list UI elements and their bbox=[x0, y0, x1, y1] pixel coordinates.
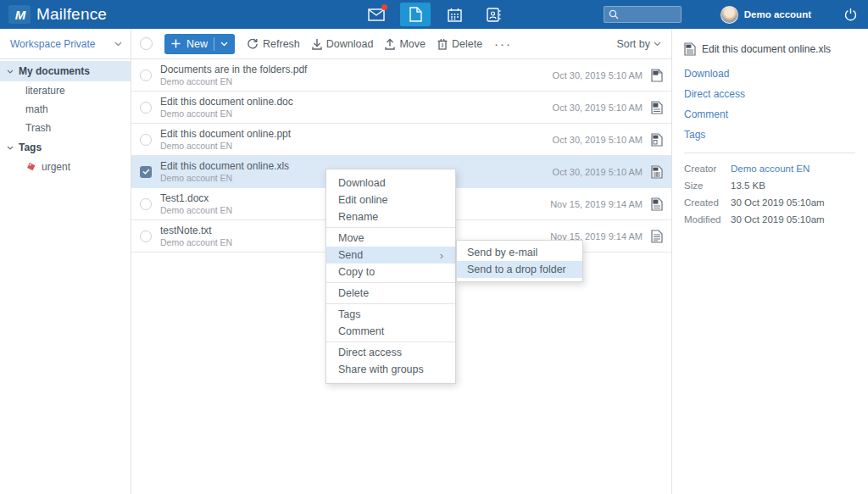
tag-label: urgent bbox=[42, 161, 70, 173]
menu-item-label: Direct access bbox=[338, 347, 402, 358]
row-checkbox[interactable] bbox=[140, 230, 152, 242]
menu-item-download[interactable]: Download bbox=[326, 175, 455, 191]
trash-icon bbox=[437, 38, 448, 50]
row-checkbox[interactable] bbox=[140, 69, 152, 81]
folder-label: math bbox=[25, 103, 48, 115]
refresh-button[interactable]: Refresh bbox=[247, 38, 300, 50]
preview-panel: Edit this document online.xls Download D… bbox=[672, 29, 867, 494]
menu-item-edit-online[interactable]: Edit online bbox=[326, 191, 455, 208]
menu-item-rename[interactable]: Rename bbox=[326, 208, 455, 225]
sidebar-item-tag-urgent[interactable]: urgent bbox=[0, 158, 131, 176]
nav-mail[interactable] bbox=[361, 3, 392, 26]
menu-item-label: Comment bbox=[338, 325, 384, 337]
row-checkbox[interactable] bbox=[140, 134, 152, 146]
menu-item-delete[interactable]: Delete bbox=[326, 285, 455, 302]
chevron-down-icon bbox=[7, 146, 14, 150]
menu-item-label: Tags bbox=[338, 308, 360, 320]
sidebar-section-tags[interactable]: Tags bbox=[0, 137, 131, 158]
menu-item-label: Download bbox=[338, 177, 386, 189]
docx-file-icon bbox=[651, 197, 663, 211]
menu-item-send[interactable]: Send › bbox=[326, 247, 455, 264]
file-date: Oct 30, 2019 5:10 AM bbox=[553, 167, 643, 177]
menu-item-copy-to[interactable]: Copy to bbox=[326, 264, 455, 280]
detail-row-created: Created 30 Oct 2019 05:10am bbox=[684, 197, 855, 208]
txt-file-icon bbox=[651, 230, 663, 243]
sort-by-button[interactable]: Sort by bbox=[616, 38, 661, 50]
detail-row-modified: Modified 30 Oct 2019 05:10am bbox=[684, 214, 855, 225]
new-button[interactable]: New bbox=[164, 34, 235, 54]
document-row[interactable]: Edit this document online.doc Demo accou… bbox=[131, 92, 671, 124]
row-checkbox[interactable] bbox=[140, 102, 152, 114]
detail-label: Creator bbox=[684, 164, 731, 174]
file-owner: Demo account EN bbox=[160, 108, 544, 119]
xls-file-icon bbox=[684, 42, 696, 56]
detail-row-size: Size 13.5 KB bbox=[684, 180, 855, 191]
search-input[interactable] bbox=[622, 9, 676, 19]
sidebar-item-trash[interactable]: Trash bbox=[0, 119, 131, 137]
sort-by-label: Sort by bbox=[616, 38, 650, 50]
menu-item-label: Share with groups bbox=[338, 364, 424, 375]
preview-file-name: Edit this document online.xls bbox=[702, 43, 831, 55]
menu-item-share-with-groups[interactable]: Share with groups bbox=[326, 361, 455, 378]
delete-button[interactable]: Delete bbox=[437, 38, 482, 50]
account-menu[interactable]: Demo account bbox=[721, 6, 811, 24]
nav-calendar[interactable] bbox=[439, 3, 470, 26]
menu-item-direct-access[interactable]: Direct access bbox=[326, 344, 455, 361]
preview-tags-link[interactable]: Tags bbox=[684, 129, 855, 141]
row-text: Edit this document online.doc Demo accou… bbox=[160, 96, 544, 119]
row-checkbox-checked[interactable] bbox=[140, 166, 152, 178]
brand-logo[interactable]: M Mailfence bbox=[8, 5, 107, 24]
detail-row-creator: Creator Demo account EN bbox=[684, 164, 855, 174]
move-button[interactable]: Move bbox=[385, 38, 426, 50]
sidebar-item-my-documents[interactable]: My documents bbox=[0, 61, 131, 81]
sidebar: Workspace Private My documents literatur… bbox=[0, 29, 131, 494]
preview-download-link[interactable]: Download bbox=[684, 68, 855, 80]
folder-label: literature bbox=[25, 85, 65, 97]
app-switcher bbox=[361, 3, 509, 26]
power-icon bbox=[843, 8, 858, 22]
new-label: New bbox=[186, 38, 208, 50]
move-label: Move bbox=[399, 38, 426, 50]
menu-item-tags[interactable]: Tags bbox=[326, 306, 455, 323]
file-owner: Demo account EN bbox=[160, 76, 544, 87]
file-date: Oct 30, 2019 5:10 AM bbox=[553, 103, 643, 113]
context-menu-group: Direct access Share with groups bbox=[326, 341, 455, 380]
context-menu-group: Delete bbox=[326, 282, 455, 303]
nav-documents[interactable] bbox=[400, 3, 431, 26]
topbar-right: Demo account bbox=[604, 6, 858, 24]
nav-contacts[interactable] bbox=[478, 3, 509, 26]
chevron-down-icon bbox=[114, 42, 122, 47]
menu-item-label: Send bbox=[338, 249, 363, 261]
context-menu-group: Move Send › Copy to bbox=[326, 227, 455, 282]
file-date: Oct 30, 2019 5:10 AM bbox=[553, 70, 643, 80]
detail-label: Modified bbox=[684, 214, 731, 225]
workspace-label: Workspace Private bbox=[10, 38, 95, 50]
document-row[interactable]: Documents are in the folders.pdf Demo ac… bbox=[131, 59, 671, 92]
row-checkbox[interactable] bbox=[140, 198, 152, 210]
menu-item-comment[interactable]: Comment bbox=[326, 323, 455, 340]
sidebar-item-literature[interactable]: literature bbox=[0, 81, 131, 100]
folder-tree: My documents literature math Trash Tags … bbox=[0, 59, 131, 176]
file-date: Nov 15, 2019 9:14 AM bbox=[550, 199, 643, 209]
context-menu-group: Tags Comment bbox=[326, 303, 455, 341]
my-documents-label: My documents bbox=[19, 65, 90, 77]
avatar bbox=[721, 6, 738, 24]
mail-icon bbox=[368, 8, 385, 21]
select-all-checkbox[interactable] bbox=[140, 37, 153, 50]
logout-button[interactable] bbox=[843, 8, 858, 22]
menu-item-send-to-drop-folder[interactable]: Send to a drop folder bbox=[457, 261, 582, 278]
preview-comment-link[interactable]: Comment bbox=[684, 108, 855, 120]
download-button[interactable]: Download bbox=[312, 38, 374, 50]
sidebar-item-math[interactable]: math bbox=[0, 100, 131, 119]
creator-link[interactable]: Demo account EN bbox=[731, 164, 810, 174]
workspace-selector[interactable]: Workspace Private bbox=[0, 29, 131, 59]
search-box[interactable] bbox=[604, 6, 682, 23]
menu-item-label: Copy to bbox=[338, 266, 375, 278]
submenu-arrow-icon: › bbox=[440, 249, 443, 262]
calendar-icon bbox=[448, 8, 462, 22]
document-row[interactable]: Edit this document online.ppt Demo accou… bbox=[131, 124, 671, 156]
more-actions-button[interactable]: ··· bbox=[494, 36, 512, 51]
menu-item-send-by-email[interactable]: Send by e-mail bbox=[457, 244, 582, 261]
preview-direct-access-link[interactable]: Direct access bbox=[684, 88, 855, 100]
menu-item-move[interactable]: Move bbox=[326, 230, 455, 247]
